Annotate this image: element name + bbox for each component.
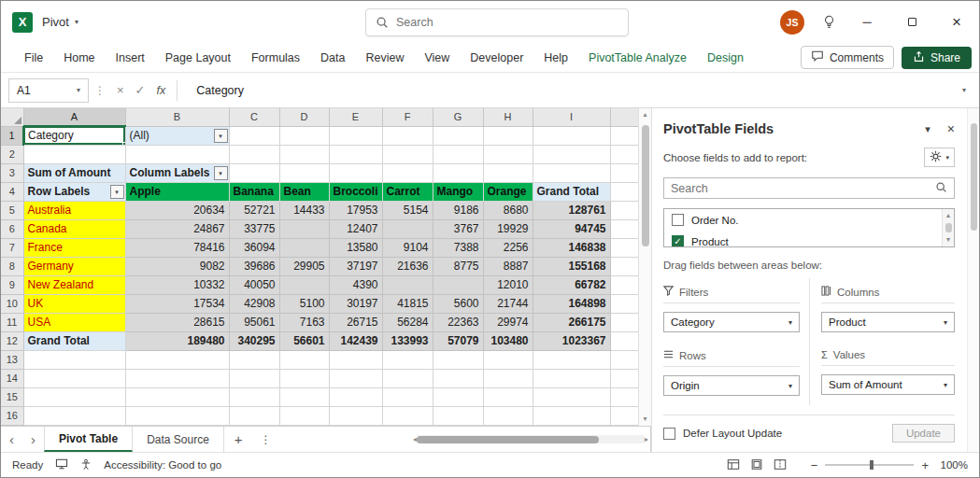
cell-b11[interactable]: 28615	[125, 313, 229, 331]
cell-g14[interactable]	[433, 369, 483, 387]
cell-g9[interactable]	[433, 275, 483, 294]
chevron-down-icon[interactable]: ▾	[77, 86, 80, 94]
ribbon-tab-page-layout[interactable]: Page Layout	[155, 43, 241, 72]
values-field-chip[interactable]: Sum of Amount ▾	[821, 374, 955, 395]
cell-c15[interactable]	[229, 387, 279, 406]
ribbon-tab-developer[interactable]: Developer	[460, 43, 533, 72]
cell-i8[interactable]: 155168	[533, 257, 610, 275]
scroll-up-icon[interactable]: ▴	[946, 209, 950, 222]
pane-scrollbar[interactable]	[967, 108, 979, 452]
cell-c11[interactable]: 95061	[229, 313, 279, 331]
search-input[interactable]	[396, 16, 618, 29]
cell-d9[interactable]	[279, 275, 329, 294]
cell-c9[interactable]: 40050	[229, 275, 279, 294]
cell-h10[interactable]: 21744	[483, 294, 533, 313]
cell-d4[interactable]: Bean	[279, 182, 329, 201]
field-item-product[interactable]: ✓ Product	[664, 231, 941, 247]
cell-d16[interactable]	[279, 406, 329, 425]
cell-a1[interactable]: Category	[23, 126, 125, 145]
insert-function-icon[interactable]: fx	[157, 84, 166, 97]
zoom-level[interactable]: 100%	[936, 459, 968, 471]
formula-input[interactable]: Category	[183, 78, 957, 103]
cell-f2[interactable]	[382, 145, 433, 163]
cell-d5[interactable]: 14433	[279, 201, 329, 219]
ribbon-tab-data[interactable]: Data	[310, 43, 355, 72]
cell-g12[interactable]: 57079	[433, 331, 483, 350]
row-header-13[interactable]: 13	[1, 350, 23, 369]
cell-a11[interactable]: USA	[23, 313, 125, 331]
cell-g15[interactable]	[433, 387, 483, 406]
checkbox-checked-icon[interactable]: ✓	[672, 235, 684, 247]
cell-c12[interactable]: 340295	[229, 331, 279, 350]
cell-b3[interactable]: Column Labels▾	[125, 163, 229, 182]
filters-area[interactable]: Filters Category ▾	[663, 278, 809, 342]
cell-i6[interactable]: 94745	[533, 219, 610, 238]
cell-g10[interactable]: 5600	[433, 294, 483, 313]
cell-d15[interactable]	[279, 387, 329, 406]
cell-h3[interactable]	[483, 163, 533, 182]
cell-b2[interactable]	[125, 145, 229, 163]
column-header-b[interactable]: B	[125, 108, 229, 126]
ribbon-tab-file[interactable]: File	[14, 43, 53, 72]
cell-f6[interactable]	[382, 219, 433, 238]
cell-f15[interactable]	[382, 387, 433, 406]
cell-d13[interactable]	[279, 350, 329, 369]
cell-a2[interactable]	[23, 145, 125, 163]
cell-h7[interactable]: 2256	[483, 238, 533, 257]
cell-g4[interactable]: Mango	[433, 182, 483, 201]
cell-g7[interactable]: 7388	[433, 238, 483, 257]
chevron-down-icon[interactable]: ▾	[788, 318, 792, 327]
columns-field-chip[interactable]: Product ▾	[821, 312, 955, 332]
field-item-order-no[interactable]: Order No.	[664, 209, 941, 231]
cell-a14[interactable]	[23, 369, 125, 387]
cell-f9[interactable]	[382, 275, 433, 294]
cell-i16[interactable]	[533, 406, 610, 425]
maximize-button[interactable]	[899, 15, 925, 29]
row-header-15[interactable]: 15	[1, 387, 23, 406]
checkbox-unchecked-icon[interactable]	[672, 214, 684, 226]
cell-i9[interactable]: 66782	[533, 275, 610, 294]
row-header-1[interactable]: 1	[1, 126, 23, 145]
row-labels-dropdown[interactable]: ▾	[110, 185, 124, 199]
cell-f14[interactable]	[382, 369, 433, 387]
ribbon-tab-insert[interactable]: Insert	[106, 43, 155, 72]
cell-c5[interactable]: 52721	[229, 201, 279, 219]
cell-d6[interactable]	[279, 219, 329, 238]
cell-a3[interactable]: Sum of Amount	[23, 163, 125, 182]
cell-h9[interactable]: 12010	[483, 275, 533, 294]
cell-f8[interactable]: 21636	[382, 257, 433, 275]
cell-c2[interactable]	[229, 145, 279, 163]
cell-e16[interactable]	[329, 406, 382, 425]
cell-b5[interactable]: 20634	[125, 201, 229, 219]
row-header-2[interactable]: 2	[1, 145, 23, 163]
sheet-tab-pivot-table[interactable]: Pivot Table	[44, 427, 133, 452]
row-header-4[interactable]: 4	[1, 182, 23, 201]
cell-e5[interactable]: 17953	[329, 201, 382, 219]
zoom-slider-thumb[interactable]	[870, 460, 873, 470]
accessibility-icon[interactable]	[80, 458, 92, 472]
vertical-scrollbar-thumb[interactable]	[642, 125, 649, 246]
cell-c4[interactable]: Banana	[229, 182, 279, 201]
formula-bar-expand-icon[interactable]: ▾	[957, 86, 972, 94]
cell-d14[interactable]	[279, 369, 329, 387]
cell-e14[interactable]	[329, 369, 382, 387]
fields-search-input[interactable]	[671, 182, 930, 195]
tools-gear-button[interactable]: ▾	[924, 148, 955, 167]
cell-b8[interactable]: 9082	[125, 257, 229, 275]
cell-g13[interactable]	[433, 350, 483, 369]
share-button[interactable]: Share	[902, 47, 972, 69]
cell-i1[interactable]	[533, 126, 610, 145]
cell-h14[interactable]	[483, 369, 533, 387]
cell-e15[interactable]	[329, 387, 382, 406]
scroll-right-icon[interactable]: ▸	[645, 433, 648, 446]
cell-d10[interactable]: 5100	[279, 294, 329, 313]
column-header-h[interactable]: H	[483, 108, 533, 126]
ribbon-tab-formulas[interactable]: Formulas	[241, 43, 310, 72]
page-break-preview-icon[interactable]	[774, 458, 787, 472]
column-header-a[interactable]: A	[23, 108, 125, 126]
cell-e13[interactable]	[329, 350, 382, 369]
excel-logo-icon[interactable]: X	[12, 12, 33, 33]
cell-a4[interactable]: Row Labels▾	[23, 182, 125, 201]
cell-f13[interactable]	[382, 350, 433, 369]
selection-fill-handle[interactable]	[122, 142, 126, 146]
